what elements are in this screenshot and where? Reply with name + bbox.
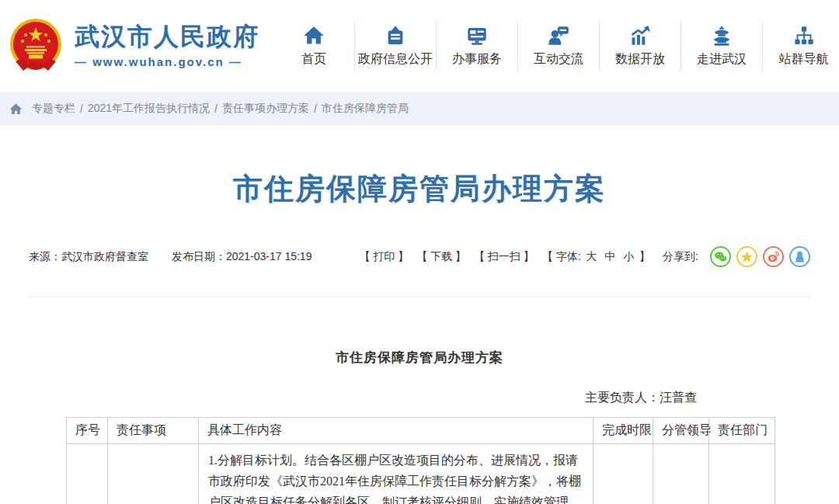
sitemap-icon [793, 25, 815, 47]
weibo-icon [767, 250, 780, 263]
font-size-large-button[interactable]: 大 [586, 250, 597, 262]
main-nav: 首页 政府信息公开 办事服务 [273, 0, 839, 92]
share-qzone-button[interactable] [736, 246, 757, 267]
column-header-leader: 分管领导 [653, 418, 709, 444]
responsible-person-line: 主要负责人：汪普查 [0, 390, 697, 406]
qzone-star-icon [740, 250, 754, 263]
responsibility-table: 序号 责任事项 具体工作内容 完成时限 分管领导 责任部门 1.分解目标计划。结… [66, 417, 775, 504]
breadcrumb-separator: / [80, 103, 83, 115]
font-size-small-button[interactable]: 小 [623, 250, 634, 262]
nav-item-services[interactable]: 办事服务 [437, 21, 518, 71]
nav-item-site-navigation[interactable]: 站群导航 [763, 21, 839, 71]
column-header-deadline: 完成时限 [594, 418, 653, 444]
column-header-seq: 序号 [67, 418, 108, 444]
column-header-content: 具体工作内容 [199, 418, 594, 444]
qq-icon [793, 250, 806, 263]
work-content-paragraph-1: 1.分解目标计划。结合各区棚户区改造项目的分布、进展情况，报请市政府印发《武汉市… [208, 450, 583, 504]
download-button[interactable]: 【 下载 】 [416, 250, 466, 264]
table-header-row: 序号 责任事项 具体工作内容 完成时限 分管领导 责任部门 [67, 418, 775, 444]
info-disclosure-icon [385, 25, 406, 47]
font-size-control: 【 字体: 大 中 小 】 [542, 250, 650, 264]
article-toolbar: 【 打印 】 【 下载 】 【 扫一扫 】 【 字体: 大 中 小 】 分享到: [351, 246, 810, 267]
article-meta-row: 来源：武汉市政府督查室 发布日期：2021-03-17 15:19 【 打印 】… [29, 246, 810, 267]
share-label: 分享到: [663, 250, 698, 264]
site-name: 武汉市人民政府 [75, 23, 259, 50]
breadcrumb-item-2021-report[interactable]: 2021年工作报告执行情况 [88, 102, 210, 116]
breadcrumb-separator: / [314, 103, 317, 115]
breadcrumb-item-current-bureau: 市住房保障房管局 [322, 102, 409, 116]
nav-item-interaction[interactable]: 互动交流 [518, 21, 600, 71]
print-button[interactable]: 【 打印 】 [359, 250, 409, 264]
cell-department [709, 444, 775, 504]
national-emblem-icon [6, 16, 65, 75]
tower-icon [711, 25, 733, 47]
nav-label: 站群导航 [779, 51, 829, 68]
nav-label: 走进武汉 [697, 51, 747, 68]
wechat-icon [714, 250, 727, 263]
data-chart-icon [629, 25, 651, 47]
site-header: 武汉市人民政府 — www.wuhan.gov.cn — 首页 政府信息公开 [0, 0, 839, 92]
nav-item-home[interactable]: 首页 [273, 21, 355, 71]
breadcrumb-separator: / [214, 103, 218, 115]
share-wechat-button[interactable] [710, 246, 731, 267]
home-icon [9, 103, 23, 116]
table-row: 1.分解目标计划。结合各区棚户区改造项目的分布、进展情况，报请市政府印发《武汉市… [67, 444, 775, 504]
scan-qr-button[interactable]: 【 扫一扫 】 [474, 250, 534, 264]
column-header-department: 责任部门 [709, 418, 775, 444]
site-url: — www.wuhan.gov.cn — [75, 55, 259, 68]
breadcrumb-item-special-topics[interactable]: 专题专栏 [32, 102, 75, 116]
site-logo[interactable]: 武汉市人民政府 — www.wuhan.gov.cn — [6, 16, 259, 75]
nav-label: 办事服务 [452, 51, 502, 68]
cell-deadline: 3月底 [594, 444, 653, 504]
nav-label: 政府信息公开 [358, 51, 433, 68]
nav-label: 首页 [301, 51, 326, 68]
column-header-item: 责任事项 [108, 418, 199, 444]
breadcrumb: 专题专栏 / 2021年工作报告执行情况 / 责任事项办理方案 / 市住房保障房… [0, 92, 839, 126]
font-size-prefix: 【 字体: [542, 250, 581, 262]
share-weibo-button[interactable] [763, 246, 784, 267]
breadcrumb-item-responsibility-plans[interactable]: 责任事项办理方案 [222, 102, 309, 116]
article-container: 市住房保障房管局办理方案 来源：武汉市政府督查室 发布日期：2021-03-17… [0, 169, 839, 504]
article-body-title: 市住房保障房管局办理方案 [0, 349, 839, 367]
services-monitor-icon [466, 25, 488, 47]
share-qq-button[interactable] [789, 246, 810, 267]
font-size-suffix: 】 [639, 250, 650, 262]
nav-item-open-data[interactable]: 数据开放 [600, 21, 681, 71]
page-title: 市住房保障房管局办理方案 [0, 169, 839, 209]
article-publish-date: 发布日期：2021-03-17 15:19 [172, 250, 312, 262]
cell-item [108, 444, 199, 504]
nav-label: 互动交流 [534, 51, 583, 68]
nav-item-info-disclosure[interactable]: 政府信息公开 [355, 21, 437, 71]
home-icon [303, 25, 325, 47]
font-size-medium-button[interactable]: 中 [604, 250, 615, 262]
meta-divider [29, 297, 810, 297]
interaction-chat-icon [548, 25, 569, 47]
nav-item-visit-wuhan[interactable]: 走进武汉 [681, 21, 763, 71]
article-meta-left: 来源：武汉市政府督查室 发布日期：2021-03-17 15:19 [29, 250, 332, 264]
article-source: 来源：武汉市政府督查室 [29, 250, 148, 262]
cell-leader [653, 444, 709, 504]
nav-label: 数据开放 [615, 51, 665, 68]
cell-work-content: 1.分解目标计划。结合各区棚户区改造项目的分布、进展情况，报请市政府印发《武汉市… [199, 444, 594, 504]
cell-seq [67, 444, 108, 504]
